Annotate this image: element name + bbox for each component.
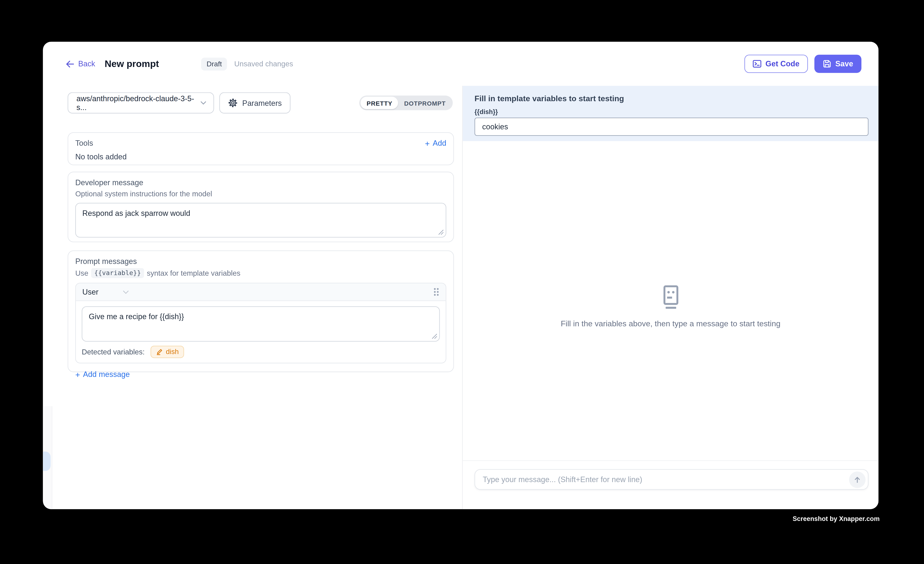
- subtitle-suffix: syntax for template variables: [147, 269, 240, 277]
- drag-dots-icon: [434, 288, 435, 290]
- robot-face-icon: [659, 285, 682, 309]
- test-pane: Fill in template variables to start test…: [462, 86, 878, 509]
- get-code-label: Get Code: [765, 59, 800, 68]
- back-label: Back: [78, 59, 95, 68]
- save-icon: [822, 59, 831, 68]
- variable-syntax-chip: {{variable}}: [92, 268, 144, 278]
- save-label: Save: [836, 59, 853, 68]
- chevron-down-icon: [201, 101, 206, 105]
- developer-message-input[interactable]: Respond as jack sparrow would: [75, 203, 446, 237]
- back-arrow-icon: [66, 60, 74, 68]
- variable-chip-label: dish: [166, 348, 179, 356]
- parameters-label: Parameters: [242, 99, 282, 107]
- watermark-text: Screenshot by Xnapper.com: [793, 515, 880, 522]
- model-selector-value: aws/anthropic/bedrock-claude-3-5-s...: [76, 94, 201, 112]
- empty-state-text: Fill in the variables above, then type a…: [463, 319, 879, 328]
- chat-input-container: [475, 469, 868, 490]
- tools-card: Tools + Add No tools added: [68, 132, 454, 165]
- role-selector[interactable]: User: [82, 288, 129, 296]
- developer-message-subtitle: Optional system instructions for the mod…: [75, 190, 446, 198]
- developer-message-title: Developer message: [75, 178, 446, 187]
- chat-input-bar: [463, 460, 879, 509]
- chat-message-input[interactable]: [483, 475, 849, 484]
- developer-message-card: Developer message Optional system instru…: [68, 172, 454, 242]
- model-row: aws/anthropic/bedrock-claude-3-5-s... Pa…: [68, 92, 454, 114]
- parameters-button[interactable]: Parameters: [219, 92, 290, 114]
- get-code-button[interactable]: Get Code: [744, 55, 808, 73]
- variable-dish-label: {{dish}}: [475, 108, 868, 115]
- toggle-dotprompt[interactable]: DOTPROMPT: [398, 97, 452, 109]
- subtitle-prefix: Use: [75, 269, 88, 277]
- prompt-messages-card: Prompt messages Use {{variable}} syntax …: [68, 250, 454, 372]
- view-mode-toggle: PRETTY DOTPROMPT: [360, 96, 453, 110]
- header: Back New prompt Draft Unsaved changes Ge…: [43, 42, 878, 86]
- back-button[interactable]: Back: [66, 59, 95, 68]
- variables-title: Fill in template variables to start test…: [475, 94, 868, 103]
- screenshot-stage: Back New prompt Draft Unsaved changes Ge…: [0, 0, 924, 564]
- plus-icon: +: [425, 139, 430, 147]
- add-tool-label: Add: [433, 139, 446, 148]
- prompt-messages-subtitle: Use {{variable}} syntax for template var…: [75, 268, 446, 278]
- unsaved-changes-text: Unsaved changes: [234, 60, 293, 68]
- editor-pane: aws/anthropic/bedrock-claude-3-5-s... Pa…: [43, 86, 462, 509]
- code-terminal-icon: [753, 59, 762, 68]
- status-badge: Draft: [201, 57, 227, 70]
- toggle-pretty[interactable]: PRETTY: [361, 97, 398, 109]
- send-button[interactable]: [849, 471, 866, 488]
- model-selector[interactable]: aws/anthropic/bedrock-claude-3-5-s...: [68, 92, 214, 114]
- tools-empty-text: No tools added: [75, 152, 446, 161]
- detected-variables-label: Detected variables:: [82, 348, 145, 356]
- role-label: User: [82, 288, 99, 296]
- chevron-down-icon: [123, 290, 129, 294]
- sidebar-active-item[interactable]: [43, 452, 50, 471]
- prompt-messages-title: Prompt messages: [75, 257, 446, 266]
- plus-icon: +: [75, 370, 80, 378]
- add-message-label: Add message: [83, 370, 130, 379]
- edit-pencil-icon: [156, 348, 163, 355]
- sidebar-edge-strip: [43, 406, 52, 509]
- gear-icon: [228, 98, 237, 108]
- empty-state: Fill in the variables above, then type a…: [463, 285, 879, 328]
- add-tool-button[interactable]: + Add: [425, 139, 446, 148]
- variable-chip-dish[interactable]: dish: [151, 346, 184, 358]
- page-title: New prompt: [105, 58, 159, 69]
- variables-header: Fill in template variables to start test…: [463, 86, 879, 141]
- message-header: User: [76, 284, 446, 301]
- message-block: User Give me a recipe for {{dish}}: [75, 283, 446, 363]
- message-content-input[interactable]: Give me a recipe for {{dish}}: [82, 306, 440, 342]
- drag-handle[interactable]: [434, 288, 439, 296]
- variable-dish-input[interactable]: [475, 118, 868, 136]
- tools-title: Tools: [75, 139, 93, 148]
- save-button[interactable]: Save: [814, 55, 861, 73]
- app-window: Back New prompt Draft Unsaved changes Ge…: [43, 42, 878, 509]
- detected-variables-row: Detected variables: dish: [82, 346, 440, 358]
- arrow-up-icon: [853, 476, 861, 484]
- add-message-button[interactable]: + Add message: [75, 370, 130, 379]
